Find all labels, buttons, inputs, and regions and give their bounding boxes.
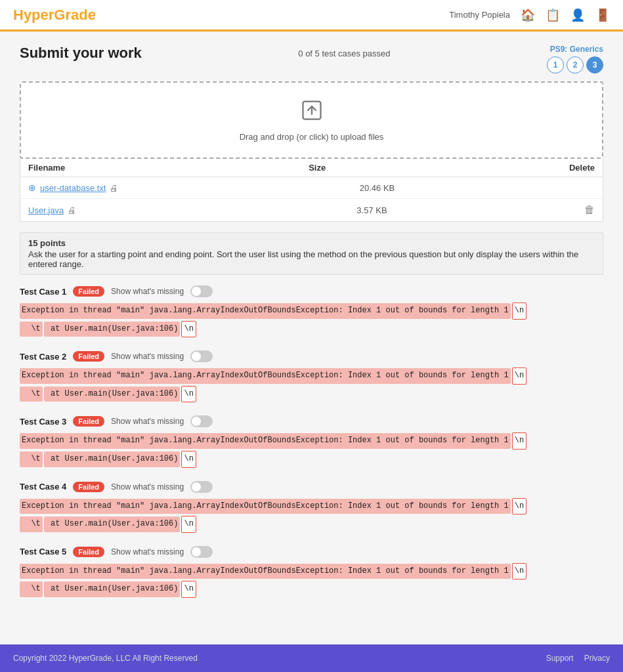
footer: Copyright 2022 HyperGrade, LLC All Right…: [0, 644, 623, 672]
points-box: 15 points Ask the user for a starting po…: [20, 232, 603, 275]
header: HyperGrade Timothy Popiela 🏠 📋 👤 🚪: [0, 0, 623, 32]
test-case-2-output: Exception in thread "main" java.lang.Arr…: [20, 368, 603, 402]
test-case-4: Test Case 4 Failed Show what's missing E…: [20, 481, 603, 533]
ps-btn-1[interactable]: 1: [547, 56, 564, 74]
error-line-2-1: Exception in thread "main" java.lang.Arr…: [20, 368, 603, 385]
test-case-4-label: Test Case 4: [20, 482, 66, 492]
test-case-5-badge: Failed: [73, 547, 104, 557]
show-missing-5-toggle[interactable]: [190, 546, 213, 558]
test-case-3: Test Case 3 Failed Show what's missing E…: [20, 415, 603, 467]
ps-btn-2[interactable]: 2: [567, 56, 584, 74]
test-case-5: Test Case 5 Failed Show what's missing E…: [20, 546, 603, 598]
ps-btn-3[interactable]: 3: [586, 56, 603, 74]
show-missing-5-label: Show what's missing: [111, 547, 184, 556]
error-line-5-1: Exception in thread "main" java.lang.Arr…: [20, 563, 603, 580]
size-col-header: Size: [309, 163, 326, 173]
home-icon[interactable]: 🏠: [521, 8, 535, 22]
username: Timothy Popiela: [449, 10, 510, 20]
header-right: Timothy Popiela 🏠 📋 👤 🚪: [449, 8, 610, 22]
error-line-4-1: Exception in thread "main" java.lang.Arr…: [20, 498, 603, 515]
error-line-5-2: \t at User.main(User.java:106)\n: [20, 581, 603, 598]
test-case-2: Test Case 2 Failed Show what's missing E…: [20, 350, 603, 402]
logout-icon[interactable]: 🚪: [595, 8, 610, 22]
error-line-1-2: \t at User.main(User.java:106)\n: [20, 321, 603, 338]
file-table: Filename Size Delete ⊕ user-database.txt…: [20, 159, 603, 222]
show-missing-2-toggle[interactable]: [190, 350, 213, 362]
test-case-2-badge: Failed: [73, 351, 104, 362]
page-title-area: Submit your work: [20, 45, 142, 62]
test-case-4-header: Test Case 4 Failed Show what's missing: [20, 481, 603, 493]
test-cases-passed: 0 of 5 test cases passed: [298, 49, 390, 58]
download-icon-1[interactable]: 🖨: [110, 183, 118, 193]
page-title: Submit your work: [20, 45, 142, 62]
error-line-4-2: \t at User.main(User.java:106)\n: [20, 516, 603, 533]
download-icon-2[interactable]: 🖨: [68, 205, 76, 215]
test-case-1-badge: Failed: [73, 286, 104, 297]
ps-label: PS9: Generics: [550, 45, 603, 54]
upload-icon: [300, 98, 324, 127]
test-case-3-label: Test Case 3: [20, 417, 66, 427]
error-line-3-1: Exception in thread "main" java.lang.Arr…: [20, 432, 603, 450]
top-bar: Submit your work 0 of 5 test cases passe…: [20, 45, 603, 74]
error-line-2-2: \t at User.main(User.java:106)\n: [20, 386, 603, 403]
circle-icon-1: ⊕: [28, 182, 36, 193]
upload-text: Drag and drop (or click) to upload files: [240, 132, 384, 142]
file-row-2: User.java 🖨 3.57 KB 🗑: [20, 199, 603, 221]
show-missing-2-label: Show what's missing: [111, 352, 184, 361]
test-cases-container: Test Case 1 Failed Show what's missing E…: [20, 285, 603, 598]
ps-nav: PS9: Generics 1 2 3: [547, 45, 603, 74]
test-case-1: Test Case 1 Failed Show what's missing E…: [20, 285, 603, 337]
test-case-5-output: Exception in thread "main" java.lang.Arr…: [20, 563, 603, 598]
show-missing-3-label: Show what's missing: [111, 417, 184, 426]
test-case-1-output: Exception in thread "main" java.lang.Arr…: [20, 303, 603, 337]
main-content: Submit your work 0 of 5 test cases passe…: [0, 32, 623, 644]
file-table-header: Filename Size Delete: [20, 159, 603, 177]
test-case-3-badge: Failed: [73, 416, 104, 427]
points-description: Ask the user for a starting point and en…: [28, 249, 595, 269]
file-size-2: 3.57 KB: [160, 205, 584, 215]
test-case-1-label: Test Case 1: [20, 287, 66, 297]
test-case-2-header: Test Case 2 Failed Show what's missing: [20, 350, 603, 362]
error-line-1-1: Exception in thread "main" java.lang.Arr…: [20, 303, 603, 320]
test-case-5-label: Test Case 5: [20, 547, 66, 556]
show-missing-3-toggle[interactable]: [190, 415, 213, 427]
test-case-2-label: Test Case 2: [20, 352, 66, 362]
privacy-link[interactable]: Privacy: [584, 654, 610, 663]
file-name-2: User.java 🖨: [28, 205, 160, 215]
bookmark-icon[interactable]: 📋: [546, 8, 560, 22]
error-line-3-2: \t at User.main(User.java:106)\n: [20, 451, 603, 468]
footer-copyright: Copyright 2022 HyperGrade, LLC All Right…: [13, 654, 198, 663]
ps-buttons: 1 2 3: [547, 56, 603, 74]
footer-links: Support Privacy: [546, 654, 610, 663]
delete-col-header: Delete: [569, 163, 595, 173]
file-link-2[interactable]: User.java: [28, 205, 64, 215]
support-link[interactable]: Support: [546, 654, 574, 663]
show-missing-1-label: Show what's missing: [111, 287, 184, 296]
file-link-1[interactable]: user-database.txt: [40, 183, 106, 193]
test-case-5-header: Test Case 5 Failed Show what's missing: [20, 546, 603, 558]
file-row: ⊕ user-database.txt 🖨 20.46 KB: [20, 177, 603, 199]
filename-col-header: Filename: [28, 163, 65, 173]
show-missing-4-toggle[interactable]: [190, 481, 213, 493]
show-missing-4-label: Show what's missing: [111, 482, 184, 492]
test-case-3-header: Test Case 3 Failed Show what's missing: [20, 415, 603, 427]
file-name-1: ⊕ user-database.txt 🖨: [28, 182, 160, 193]
upload-area[interactable]: Drag and drop (or click) to upload files: [20, 81, 603, 159]
test-case-4-output: Exception in thread "main" java.lang.Arr…: [20, 498, 603, 533]
user-icon[interactable]: 👤: [570, 8, 585, 22]
points-label: 15 points: [28, 238, 595, 248]
file-size-1: 20.46 KB: [160, 183, 595, 193]
logo: HyperGrade: [13, 7, 96, 24]
test-case-3-output: Exception in thread "main" java.lang.Arr…: [20, 432, 603, 467]
file-delete-2[interactable]: 🗑: [584, 204, 595, 216]
test-case-1-header: Test Case 1 Failed Show what's missing: [20, 285, 603, 297]
test-case-4-badge: Failed: [73, 482, 104, 492]
show-missing-1-toggle[interactable]: [190, 285, 213, 297]
